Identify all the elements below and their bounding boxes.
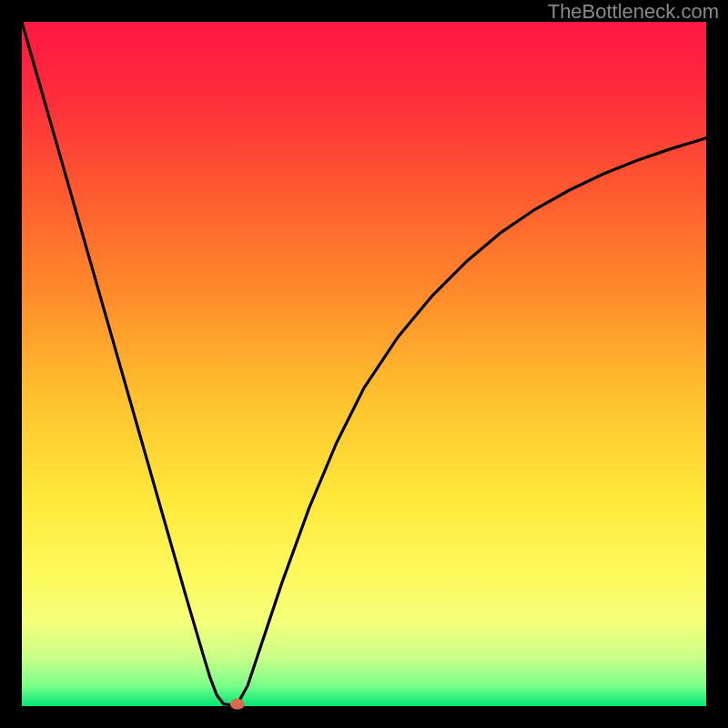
bottleneck-marker (230, 699, 245, 710)
plot-background (22, 22, 706, 706)
bottleneck-chart (0, 0, 728, 728)
